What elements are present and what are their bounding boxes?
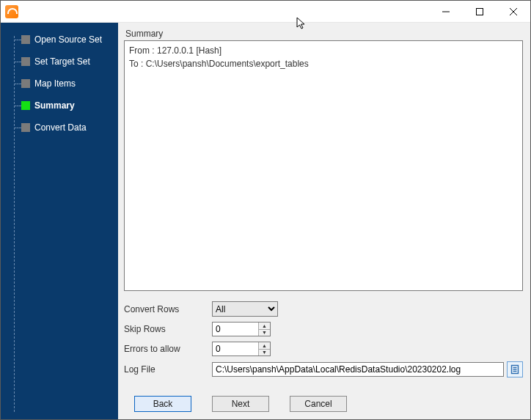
step-set-target-set[interactable]: Set Target Set	[1, 51, 118, 73]
skip-rows-label: Skip Rows	[124, 324, 212, 334]
row-convert-rows: Convert Rows All	[124, 301, 523, 317]
step-label: Convert Data	[34, 122, 87, 133]
wizard-buttons: Back Next Cancel	[124, 396, 523, 412]
step-indicator-icon	[21, 123, 30, 132]
spinner-up-icon[interactable]: ▲	[259, 342, 270, 350]
step-label: Open Source Set	[34, 34, 102, 45]
step-indicator-icon	[21, 35, 30, 44]
summary-textarea[interactable]: From : 127.0.0.1 [Hash] To : C:\Users\pa…	[124, 40, 523, 291]
next-button[interactable]: Next	[212, 396, 269, 412]
cancel-button[interactable]: Cancel	[290, 396, 347, 412]
step-convert-data[interactable]: Convert Data	[1, 117, 118, 139]
browse-log-button[interactable]	[507, 361, 523, 377]
log-file-label: Log File	[124, 364, 212, 375]
convert-rows-select[interactable]: All	[212, 301, 278, 317]
step-label: Map Items	[34, 78, 76, 89]
next-button-label: Next	[232, 399, 250, 409]
log-file-input[interactable]	[212, 362, 504, 377]
errors-to-allow-input[interactable]	[213, 342, 258, 355]
skip-rows-spinner[interactable]: ▲ ▼	[212, 322, 271, 336]
main-panel: Summary From : 127.0.0.1 [Hash] To : C:\…	[118, 23, 530, 419]
spinner-down-icon[interactable]: ▼	[259, 330, 270, 336]
skip-rows-input[interactable]	[213, 323, 258, 336]
document-icon	[510, 364, 520, 375]
app-icon	[5, 5, 18, 18]
window-body: Open Source Set Set Target Set Map Items…	[1, 23, 530, 419]
step-indicator-icon	[21, 79, 30, 88]
step-summary[interactable]: Summary	[1, 95, 118, 117]
errors-to-allow-label: Errors to allow	[124, 344, 212, 354]
errors-to-allow-spinner[interactable]: ▲ ▼	[212, 342, 271, 356]
back-button[interactable]: Back	[134, 396, 191, 412]
spinner-down-icon[interactable]: ▼	[259, 350, 270, 356]
wizard-window: Open Source Set Set Target Set Map Items…	[0, 0, 531, 420]
section-title: Summary	[125, 29, 523, 39]
step-label: Set Target Set	[34, 56, 90, 67]
back-button-label: Back	[153, 399, 173, 409]
row-errors-to-allow: Errors to allow ▲ ▼	[124, 342, 523, 356]
step-open-source-set[interactable]: Open Source Set	[1, 29, 118, 51]
maximize-button[interactable]	[463, 1, 497, 23]
cancel-button-label: Cancel	[304, 399, 332, 409]
row-skip-rows: Skip Rows ▲ ▼	[124, 322, 523, 336]
wizard-sidebar: Open Source Set Set Target Set Map Items…	[1, 23, 118, 419]
convert-rows-label: Convert Rows	[124, 304, 212, 314]
step-indicator-icon	[21, 101, 30, 110]
step-indicator-icon	[21, 57, 30, 66]
row-log-file: Log File	[124, 361, 523, 377]
step-label: Summary	[34, 100, 75, 111]
options-form: Convert Rows All Skip Rows ▲ ▼	[124, 301, 523, 383]
spinner-up-icon[interactable]: ▲	[259, 323, 270, 330]
title-bar	[1, 1, 530, 23]
step-map-items[interactable]: Map Items	[1, 73, 118, 95]
svg-rect-1	[477, 8, 483, 15]
minimize-button[interactable]	[429, 1, 463, 23]
close-button[interactable]	[497, 1, 530, 23]
